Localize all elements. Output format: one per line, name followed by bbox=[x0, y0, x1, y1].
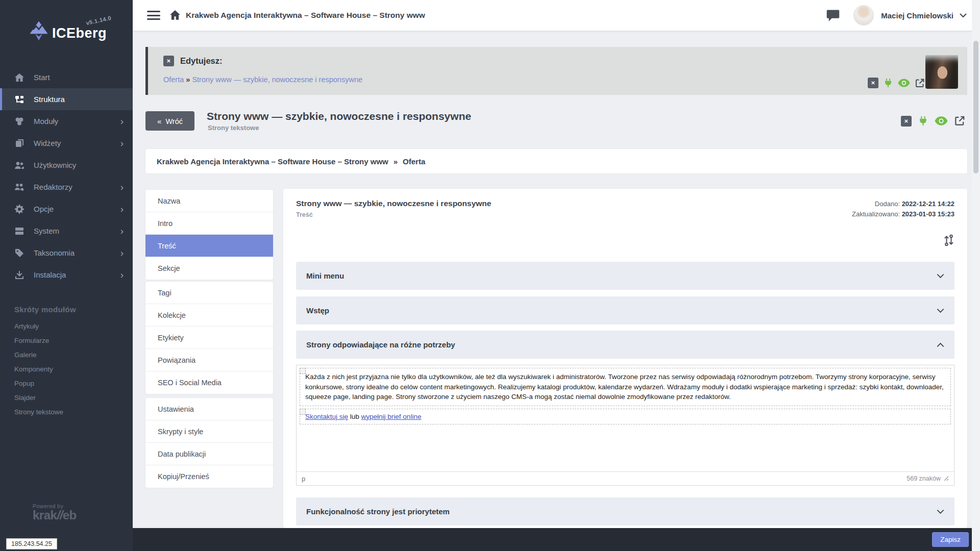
scrollbar[interactable] bbox=[972, 0, 980, 551]
edit-banner-page-link[interactable]: Strony www — szybkie, nowoczesne i respo… bbox=[192, 76, 362, 84]
mountain-logo-icon bbox=[28, 19, 50, 42]
accordion-funkcjonalnosc[interactable]: Funkcjonalność strony jest priorytetem bbox=[296, 497, 954, 525]
accordion-title: Funkcjonalność strony jest priorytetem bbox=[306, 507, 450, 516]
tab-seo-social-media[interactable]: SEO i Social Media bbox=[145, 371, 273, 394]
sidebar-shortcut-slajder[interactable]: Slajder bbox=[0, 390, 133, 405]
accordion-wstep[interactable]: Wstęp bbox=[296, 296, 954, 324]
powered-by: Powered by krak//eb bbox=[33, 503, 77, 521]
sidebar-item-system[interactable]: System › bbox=[0, 220, 133, 242]
editor-empty-area[interactable] bbox=[297, 424, 954, 471]
plug-icon[interactable] bbox=[883, 78, 893, 88]
tab-intro[interactable]: Intro bbox=[145, 212, 273, 235]
sidebar-item-taksonomia[interactable]: Taksonomia › bbox=[0, 242, 133, 264]
tab-etykiety[interactable]: Etykiety bbox=[145, 327, 273, 349]
back-button[interactable]: «Wróć bbox=[145, 111, 194, 131]
tab-tagi[interactable]: Tagi bbox=[145, 282, 273, 304]
breadcrumb-separator: » bbox=[394, 157, 398, 166]
breadcrumb-current[interactable]: Oferta bbox=[403, 157, 425, 166]
tab-skrypty-i-style[interactable]: Skrypty i style bbox=[145, 420, 273, 443]
server-ip-badge: 185.243.54.25 bbox=[6, 538, 57, 549]
users-icon bbox=[14, 160, 24, 170]
plug-icon[interactable] bbox=[918, 116, 928, 127]
close-icon[interactable]: ✕ bbox=[901, 116, 912, 127]
sidebar-shortcut-popup[interactable]: Popup bbox=[0, 376, 133, 390]
sidebar-shortcut-formularze[interactable]: Formularze bbox=[0, 333, 133, 347]
topbar: Krakweb Agencja Interaktywna – Software … bbox=[133, 0, 980, 31]
close-icon[interactable]: ✕ bbox=[163, 56, 174, 66]
content-title: Strony www — szybkie, nowoczesne i respo… bbox=[296, 199, 491, 208]
eye-icon[interactable] bbox=[935, 116, 948, 126]
sidebar-item-struktura[interactable]: Struktura bbox=[0, 88, 133, 110]
chat-icon[interactable] bbox=[826, 9, 840, 22]
sidebar-item-moduly[interactable]: Moduły › bbox=[0, 110, 133, 132]
sidebar-item-opcje[interactable]: Opcje › bbox=[0, 198, 133, 220]
save-button[interactable]: Zapisz bbox=[932, 532, 969, 547]
sidebar-item-redaktorzy[interactable]: Redaktorzy › bbox=[0, 176, 133, 198]
eye-icon[interactable] bbox=[898, 79, 910, 87]
accordion-strony-odpowiadajace[interactable]: Strony odpowiadające na różne potrzeby bbox=[296, 331, 954, 359]
editor-paragraph-text[interactable]: Każda z nich jest przyjazna nie tylko dl… bbox=[305, 372, 945, 402]
sidebar-item-label: Instalacja bbox=[34, 270, 66, 279]
user-avatar[interactable] bbox=[853, 5, 874, 26]
hamburger-menu-icon[interactable] bbox=[147, 9, 160, 22]
action-footer: Zapisz bbox=[133, 528, 980, 551]
tab-data-publikacji[interactable]: Data publikacji bbox=[145, 443, 273, 465]
scrollbar-thumb[interactable] bbox=[973, 41, 978, 173]
sidebar-item-instalacja[interactable]: Instalacja › bbox=[0, 264, 133, 286]
sidebar-item-label: Redaktorzy bbox=[34, 183, 72, 191]
gear-icon bbox=[14, 204, 24, 214]
sidebar-shortcut-strony-tekstowe[interactable]: Strony tekstowe bbox=[0, 405, 133, 419]
tab-ustawienia[interactable]: Ustawienia bbox=[145, 398, 273, 420]
chevron-down-icon[interactable] bbox=[960, 13, 967, 18]
home-icon[interactable] bbox=[169, 10, 181, 21]
sidebar-item-label: Struktura bbox=[34, 95, 65, 104]
sidebar-item-label: Moduły bbox=[34, 117, 58, 126]
content-panel: Strony www — szybkie, nowoczesne i respo… bbox=[283, 189, 967, 528]
page-photo-thumbnail[interactable] bbox=[925, 55, 958, 89]
sidebar-item-start[interactable]: Start bbox=[0, 66, 133, 88]
install-icon bbox=[14, 270, 24, 280]
breadcrumb-separator: » bbox=[186, 76, 190, 84]
external-link-icon[interactable] bbox=[915, 78, 925, 88]
chevron-down-icon bbox=[937, 273, 944, 279]
server-icon bbox=[14, 226, 24, 236]
sidebar-shortcut-artykuly[interactable]: Artykuły bbox=[0, 319, 133, 333]
tab-kolekcje[interactable]: Kolekcje bbox=[145, 304, 273, 327]
editor-links-block[interactable]: Skontaktuj się lub wypełnij brief online bbox=[300, 409, 951, 424]
content-dates: Dodano: 2022-12-21 14:22 Zaktualizowano:… bbox=[852, 199, 954, 219]
editor-paragraph-block[interactable]: Każda z nich jest przyjazna nie tylko dl… bbox=[300, 368, 951, 406]
breadcrumb-path[interactable]: Krakweb Agencja Interaktywna – Software … bbox=[157, 157, 388, 166]
tab-nazwa[interactable]: Nazwa bbox=[145, 190, 273, 212]
link-separator-text: lub bbox=[348, 413, 361, 420]
rich-text-editor[interactable]: Każda z nich jest przyjazna nie tylko dl… bbox=[296, 365, 954, 486]
tab-sekcje[interactable]: Sekcje bbox=[145, 257, 273, 280]
chevron-right-icon: › bbox=[120, 269, 124, 279]
app-logo[interactable]: ICEberg v5.1.14.0 bbox=[0, 0, 133, 60]
tab-kopiuj-przenies[interactable]: Kopiuj/Przenieś bbox=[145, 465, 273, 488]
resize-handle-icon bbox=[944, 476, 949, 481]
char-count: 569 znaków bbox=[906, 475, 949, 482]
brief-link[interactable]: wypełnij brief online bbox=[361, 413, 422, 420]
sidebar-item-label: Opcje bbox=[34, 205, 54, 213]
element-path-tag[interactable]: p bbox=[302, 475, 305, 483]
accordion-mini-menu[interactable]: Mini menu bbox=[296, 262, 954, 290]
page-subtitle: Strony tekstowe bbox=[208, 124, 259, 132]
external-link-icon[interactable] bbox=[954, 115, 965, 127]
close-icon[interactable]: ✕ bbox=[868, 78, 878, 88]
edit-banner-label: Edytujesz: bbox=[180, 56, 223, 66]
contact-link[interactable]: Skontaktuj się bbox=[305, 413, 348, 420]
compare-versions-icon[interactable] bbox=[943, 234, 955, 247]
sidebar-shortcut-komponenty[interactable]: Komponenty bbox=[0, 362, 133, 376]
edit-banner-parent-link[interactable]: Oferta bbox=[163, 76, 184, 84]
user-name[interactable]: Maciej Chmielowski bbox=[881, 11, 953, 20]
sidebar-item-label: Start bbox=[34, 73, 50, 82]
sidebar-item-widzety[interactable]: Widżety › bbox=[0, 132, 133, 154]
sidebar-shortcut-galerie[interactable]: Galerie bbox=[0, 347, 133, 362]
widgets-icon bbox=[14, 138, 24, 148]
added-label: Dodano: bbox=[875, 200, 900, 208]
tab-powiazania[interactable]: Powiązania bbox=[145, 349, 273, 371]
tab-tresc[interactable]: Treść bbox=[145, 235, 273, 257]
sidebar-item-uzytkownicy[interactable]: Użytkownicy bbox=[0, 154, 133, 176]
tab-group-content: Nazwa Intro Treść Sekcje bbox=[145, 190, 273, 280]
chevron-up-icon bbox=[937, 342, 944, 347]
